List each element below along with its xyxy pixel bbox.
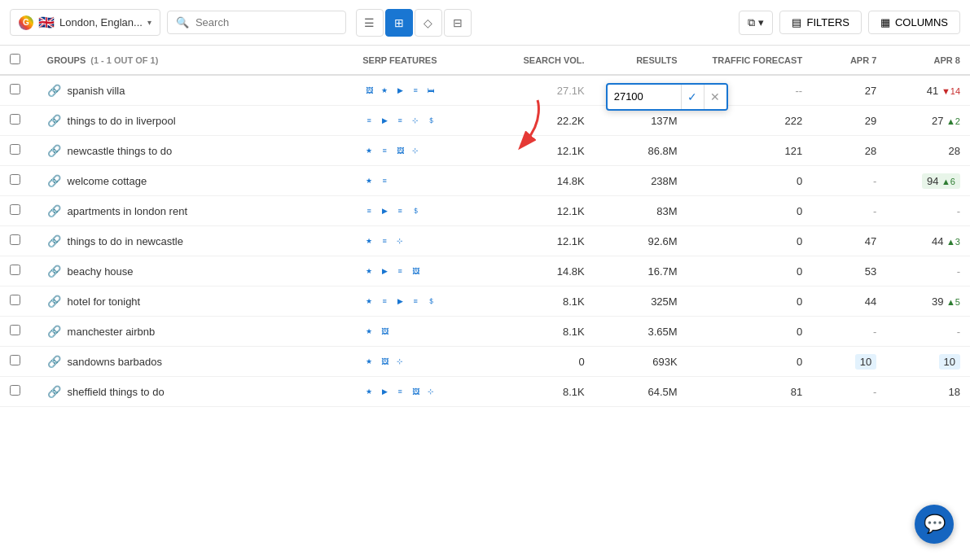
keyword-tracker-icon[interactable]: ⊙ [131,85,140,97]
serp-icon-list: ≡ [362,204,375,217]
serp-features-cell: ≡▶≡⊹＄ [353,106,501,136]
keyword-link-icon[interactable]: 🔗 [47,385,61,398]
results-column-header: RESULTS [595,46,687,75]
traffic-forecast-cell: 81 [687,377,812,407]
volume-confirm-button[interactable]: ✓ [681,85,704,109]
keyword-link-icon[interactable]: 🔗 [47,174,61,187]
keyword-text: manchester airbnb [68,326,156,338]
keyword-link-icon[interactable]: 🔗 [47,84,61,97]
serp-features-cell: ★≡🖼⊹ [353,136,501,166]
location-selector[interactable]: G 🇬🇧 London, Englan... ▾ [10,9,160,36]
keyword-link-icon[interactable]: 🔗 [47,325,61,338]
filters-button[interactable]: ▤ FILTERS [779,11,862,34]
search-vol-cell[interactable]: 8.1K [502,377,595,407]
search-vol-cell[interactable]: 22.2K [502,106,595,136]
volume-edit-input[interactable] [608,86,681,107]
apr7-cell: 28 [812,136,886,166]
search-icon: 🔍 [176,16,189,28]
keyword-link-icon[interactable]: 🔗 [47,114,61,127]
volume-cancel-button[interactable]: ✕ [704,85,726,109]
traffic-value: 0 [797,265,802,278]
results-cell: 238M [595,166,687,196]
apr7-column-header: APR 7 [812,46,886,75]
main-table: GROUPS (1 - 1 OUT OF 1) SERP FEATURES SE… [0,46,970,407]
search-input[interactable] [195,16,326,28]
row-checkbox[interactable] [10,355,20,365]
serp-icon-star: ★ [362,234,375,247]
serp-icon-star: ★ [362,295,375,308]
table-row: 🔗 things to do in newcastle ★≡⊹12.1K92.6… [0,226,970,256]
serp-icon-star: ★ [362,385,375,398]
select-all-checkbox[interactable] [10,54,20,64]
copy-button[interactable]: ⧉ ▾ [739,11,773,35]
row-checkbox[interactable] [10,385,20,396]
search-vol-cell[interactable]: 8.1K [502,287,595,317]
serp-features-cell: ★🖼 [353,317,501,347]
serp-icon-list2: ≡ [393,204,406,217]
row-checkbox[interactable] [10,265,20,275]
keyword-text: hotel for tonight [68,295,141,308]
apr8-value: 27 ▲2 [932,115,960,127]
select-all-header[interactable] [0,46,37,75]
volume-edit-popup: ✓ ✕ [606,83,728,111]
keyword-cell: 🔗 things to do in newcastle [37,226,353,256]
search-vol-cell[interactable]: 14.8K [502,166,595,196]
search-box: 🔍 [167,11,346,34]
columns-button[interactable]: ▦ COLUMNS [868,11,960,34]
search-vol-cell[interactable]: 27.1K ✓ ✕ [502,75,595,106]
view-grid-button[interactable]: ⊞ [385,9,413,37]
apr7-value: 53 [865,265,876,278]
row-checkbox[interactable] [10,144,20,155]
keyword-text: spanish villa [68,85,125,97]
apr7-value: 29 [865,115,876,127]
header: G 🇬🇧 London, Englan... ▾ 🔍 ☰ ⊞ ◇ ⊟ ⧉ ▾ ▤… [0,0,970,46]
keyword-link-icon[interactable]: 🔗 [47,144,61,157]
search-vol-cell[interactable]: 0 [502,347,595,377]
serp-features-column-header: SERP FEATURES [353,46,501,75]
keyword-link-icon[interactable]: 🔗 [47,234,61,247]
serp-icon-video: ▶ [393,295,406,308]
serp-icon-network: ⊹ [409,114,422,127]
row-checkbox[interactable] [10,295,20,305]
view-link-button[interactable]: ⊟ [444,9,472,37]
row-checkbox[interactable] [10,84,20,94]
traffic-forecast-cell: 0 [687,317,812,347]
serp-icon-image: 🖼 [378,325,391,338]
keyword-link-icon[interactable]: 🔗 [47,355,61,368]
table-row: 🔗 beachy house ★▶≡🖼14.8K16.7M053- [0,256,970,287]
serp-icon-video: ▶ [378,385,391,398]
row-checkbox[interactable] [10,204,20,215]
view-controls: ☰ ⊞ ◇ ⊟ [356,9,472,37]
keyword-cell: 🔗 apartments in london rent [37,196,353,226]
view-list-button[interactable]: ☰ [356,9,384,37]
location-text: London, Englan... [59,16,143,28]
apr8-cell: - [886,317,970,347]
serp-icon-list: ≡ [393,385,406,398]
serp-icon-image: 🖼 [409,265,422,278]
search-vol-cell[interactable]: 12.1K [502,136,595,166]
row-checkbox[interactable] [10,325,20,335]
apr7-cell: 47 [812,226,886,256]
serp-icon-list: ≡ [378,174,391,187]
traffic-value: 0 [797,326,802,338]
row-checkbox[interactable] [10,174,20,185]
search-vol-cell[interactable]: 8.1K [502,317,595,347]
apr8-cell: 41 ▼14 [886,75,970,106]
keyword-link-icon[interactable]: 🔗 [47,295,61,308]
search-vol-cell[interactable]: 12.1K [502,226,595,256]
table-header-row: GROUPS (1 - 1 OUT OF 1) SERP FEATURES SE… [0,46,970,75]
keyword-dots-icon[interactable]: ⋮ [143,85,154,97]
row-checkbox[interactable] [10,114,20,125]
chat-bubble-button[interactable]: 💬 [915,505,954,544]
serp-features-cell: ★≡⊹ [353,226,501,256]
search-vol-cell[interactable]: 14.8K [502,256,595,287]
view-tag-button[interactable]: ◇ [415,9,442,37]
results-value: 16.7M [648,265,678,278]
keyword-link-icon[interactable]: 🔗 [47,265,61,278]
keyword-text: newcastle things to do [68,145,173,157]
search-vol-cell[interactable]: 12.1K [502,196,595,226]
search-vol-column-header[interactable]: SEARCH VOL. [502,46,595,75]
keyword-link-icon[interactable]: 🔗 [47,204,61,217]
traffic-value: 0 [797,205,802,217]
row-checkbox[interactable] [10,234,20,245]
